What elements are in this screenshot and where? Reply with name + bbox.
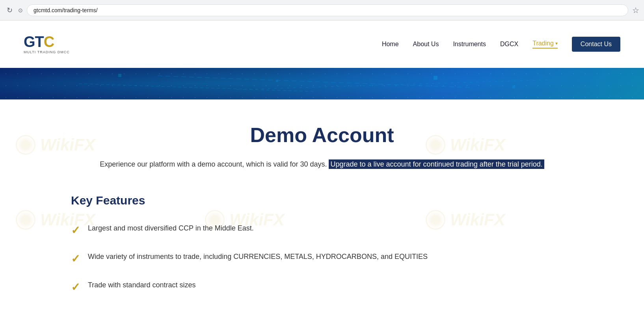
page-title: Demo Account bbox=[71, 123, 573, 147]
svg-rect-4 bbox=[276, 80, 278, 82]
feature-text-3: Trade with standard contract sizes bbox=[88, 280, 195, 291]
hero-decoration bbox=[0, 68, 644, 99]
checkmark-icon-2: ✓ bbox=[71, 251, 80, 267]
subtitle-normal: Experience our platform with a demo acco… bbox=[100, 160, 327, 168]
checkmark-icon-3: ✓ bbox=[71, 279, 80, 296]
nav-home[interactable]: Home bbox=[382, 41, 399, 48]
feature-item-2: ✓ Wide variety of instruments to trade, … bbox=[71, 251, 573, 267]
main-nav: Home About Us Instruments DGCX Trading ▾… bbox=[382, 37, 620, 52]
feature-item-1: ✓ Largest and most diversified CCP in th… bbox=[71, 223, 573, 239]
main-content: WikiFX WikiFX WikiFX WikiFX WikiFX Demo … bbox=[0, 99, 644, 311]
nav-trading[interactable]: Trading ▾ bbox=[532, 40, 558, 49]
svg-rect-6 bbox=[512, 86, 515, 88]
logo[interactable]: GTC MULTI TRADING DMCC bbox=[24, 34, 70, 54]
nav-contact[interactable]: Contact Us bbox=[572, 37, 620, 52]
key-features-heading: Key Features bbox=[71, 194, 573, 207]
site-header: GTC MULTI TRADING DMCC Home About Us Ins… bbox=[0, 21, 644, 68]
feature-text-2: Wide variety of instruments to trade, in… bbox=[88, 251, 428, 262]
content-inner: Demo Account Experience our platform wit… bbox=[71, 123, 573, 296]
svg-rect-3 bbox=[118, 74, 121, 77]
checkmark-icon-1: ✓ bbox=[71, 222, 80, 239]
hero-banner bbox=[0, 68, 644, 99]
svg-line-1 bbox=[158, 76, 473, 88]
nav-instruments[interactable]: Instruments bbox=[453, 41, 486, 48]
nav-about[interactable]: About Us bbox=[413, 41, 439, 48]
logo-subtitle: MULTI TRADING DMCC bbox=[24, 50, 70, 54]
address-bar[interactable] bbox=[27, 4, 628, 16]
subtitle: Experience our platform with a demo acco… bbox=[71, 159, 573, 170]
svg-line-2 bbox=[236, 80, 552, 90]
bookmark-icon[interactable]: ☆ bbox=[632, 6, 639, 15]
svg-rect-5 bbox=[434, 76, 437, 80]
reload-button[interactable]: ↻ bbox=[5, 6, 14, 15]
site-icon: ⊙ bbox=[18, 7, 23, 13]
browser-chrome: ↻ ⊙ ☆ bbox=[0, 0, 644, 21]
nav-dgcx[interactable]: DGCX bbox=[500, 41, 518, 48]
svg-line-0 bbox=[79, 84, 315, 92]
subtitle-highlighted: Upgrade to a live account for continued … bbox=[329, 159, 544, 169]
logo-letters: GTC bbox=[24, 34, 54, 49]
features-list: ✓ Largest and most diversified CCP in th… bbox=[71, 223, 573, 296]
feature-item-3: ✓ Trade with standard contract sizes bbox=[71, 280, 573, 296]
website: GTC MULTI TRADING DMCC Home About Us Ins… bbox=[0, 21, 644, 311]
feature-text-1: Largest and most diversified CCP in the … bbox=[88, 223, 254, 234]
chevron-down-icon: ▾ bbox=[555, 41, 558, 46]
